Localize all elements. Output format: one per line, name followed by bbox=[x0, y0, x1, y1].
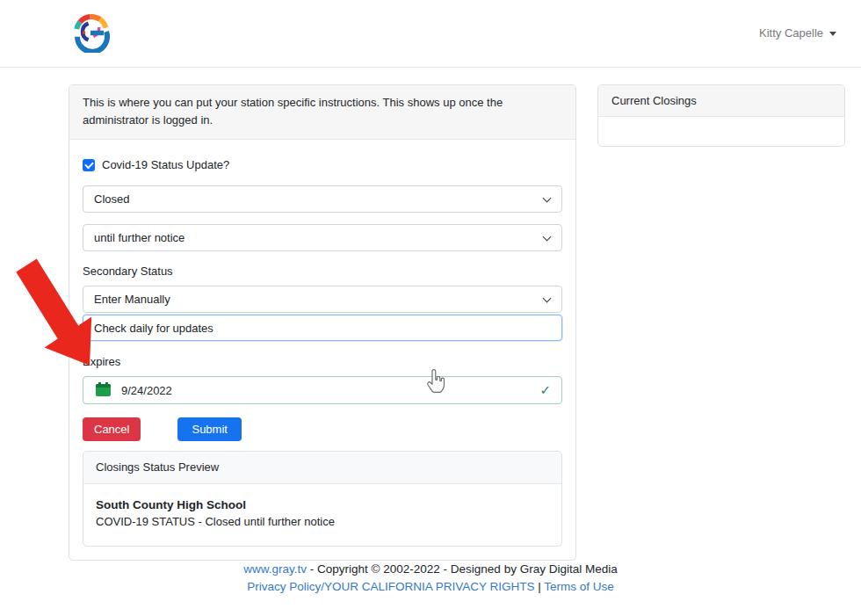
station-instructions: This is where you can put your station s… bbox=[69, 85, 575, 140]
secondary-status-select-value: Enter Manually bbox=[94, 293, 170, 306]
current-closings-card: Current Closings bbox=[597, 84, 845, 147]
status-form: Covid-19 Status Update? Closed until fur… bbox=[69, 140, 575, 560]
preview-entry: South County High School COVID-19 STATUS… bbox=[83, 484, 561, 546]
gray-tv-link[interactable]: www.gray.tv bbox=[243, 562, 307, 576]
current-closings-title: Current Closings bbox=[598, 85, 844, 117]
expires-label: Expires bbox=[83, 355, 562, 368]
duration-select-value: until further notice bbox=[94, 231, 184, 244]
page: Kitty Capelle This is where you can put … bbox=[0, 0, 861, 616]
preview-entry-status: COVID-19 STATUS - Closed until further n… bbox=[96, 515, 549, 528]
secondary-status-label: Secondary Status bbox=[83, 265, 562, 278]
chevron-down-icon bbox=[543, 233, 552, 242]
footer-legal-line: Privacy Policy/YOUR CALIFORNIA PRIVACY R… bbox=[0, 578, 861, 596]
form-buttons: Cancel Submit bbox=[83, 417, 562, 441]
submit-button[interactable]: Submit bbox=[177, 417, 241, 441]
preview-title: Closings Status Preview bbox=[83, 452, 561, 484]
gray-tv-logo-icon bbox=[70, 40, 112, 55]
user-name: Kitty Capelle bbox=[759, 26, 823, 40]
page-footer: www.gray.tv - Copyright © 2002-2022 - De… bbox=[0, 561, 861, 595]
expires-date-value: 9/24/2022 bbox=[121, 384, 172, 397]
terms-of-use-link[interactable]: Terms of Use bbox=[544, 580, 614, 593]
copyright-text: - Copyright © 2002-2022 - Designed by Gr… bbox=[307, 562, 618, 576]
calendar-icon[interactable] bbox=[96, 384, 111, 396]
legal-separator: | bbox=[535, 580, 545, 593]
status-select[interactable]: Closed bbox=[83, 185, 562, 213]
expires-date-input[interactable]: 9/24/2022 ✓ bbox=[83, 376, 562, 404]
top-navbar: Kitty Capelle bbox=[0, 0, 861, 68]
secondary-status-select[interactable]: Enter Manually bbox=[83, 286, 562, 313]
covid-status-check-row: Covid-19 Status Update? bbox=[83, 158, 562, 171]
covid-status-checkbox-label: Covid-19 Status Update? bbox=[102, 158, 229, 171]
chevron-down-icon bbox=[543, 294, 552, 303]
duration-select[interactable]: until further notice bbox=[83, 224, 562, 251]
footer-copyright-line: www.gray.tv - Copyright © 2002-2022 - De… bbox=[0, 561, 861, 578]
home-logo-link[interactable] bbox=[70, 11, 112, 53]
station-status-card: This is where you can put your station s… bbox=[69, 84, 576, 561]
status-select-value: Closed bbox=[94, 192, 129, 206]
caret-down-icon bbox=[829, 32, 836, 36]
valid-check-icon: ✓ bbox=[539, 382, 551, 398]
preview-entry-name: South County High School bbox=[96, 498, 549, 511]
closings-status-preview-card: Closings Status Preview South County Hig… bbox=[83, 451, 562, 547]
covid-status-checkbox[interactable] bbox=[83, 159, 95, 171]
cancel-button[interactable]: Cancel bbox=[83, 417, 141, 441]
privacy-policy-link[interactable]: Privacy Policy/YOUR CALIFORNIA PRIVACY R… bbox=[247, 580, 534, 593]
current-closings-list-empty bbox=[598, 117, 844, 146]
manual-status-input[interactable] bbox=[83, 315, 562, 341]
user-menu[interactable]: Kitty Capelle bbox=[759, 26, 836, 40]
chevron-down-icon bbox=[543, 194, 552, 203]
